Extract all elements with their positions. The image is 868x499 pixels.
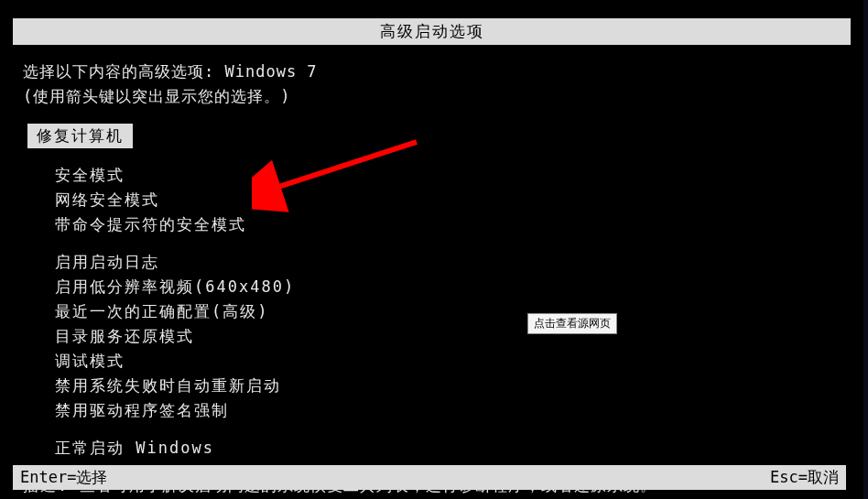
footer-esc: Esc=取消 xyxy=(770,467,839,488)
content-area: 选择以下内容的高级选项: Windows 7 (使用箭头键以突出显示您的选择。)… xyxy=(0,45,863,496)
menu-item-disable-driver-sig[interactable]: 禁用驱动程序签名强制 xyxy=(55,400,841,421)
prompt-line-1: 选择以下内容的高级选项: Windows 7 xyxy=(23,61,841,82)
menu-item-start-normally[interactable]: 正常启动 Windows xyxy=(55,438,841,459)
menu-item-safe-mode[interactable]: 安全模式 xyxy=(55,165,841,186)
menu-item-repair-computer[interactable]: 修复计算机 xyxy=(27,124,133,148)
menu-group-advanced: 启用启动日志 启用低分辨率视频(640x480) 最近一次的正确配置(高级) 目… xyxy=(55,252,841,421)
menu-item-safe-mode-command[interactable]: 带命令提示符的安全模式 xyxy=(55,214,841,235)
menu-item-debug-mode[interactable]: 调试模式 xyxy=(55,351,841,372)
menu-item-safe-mode-networking[interactable]: 网络安全模式 xyxy=(55,190,841,211)
prompt-line-2: (使用箭头键以突出显示您的选择。) xyxy=(23,86,841,107)
source-page-tooltip[interactable]: 点击查看源网页 xyxy=(527,313,617,334)
footer-enter: Enter=选择 xyxy=(20,467,107,488)
menu-group-normal: 正常启动 Windows xyxy=(55,438,841,459)
menu-item-ds-restore[interactable]: 目录服务还原模式 xyxy=(55,326,841,347)
page-title: 高级启动选项 xyxy=(380,22,484,40)
menu-group-safe-mode: 安全模式 网络安全模式 带命令提示符的安全模式 xyxy=(55,165,841,235)
tooltip-text: 点击查看源网页 xyxy=(534,317,611,330)
title-bar: 高级启动选项 xyxy=(13,18,851,45)
menu-item-low-res-video[interactable]: 启用低分辨率视频(640x480) xyxy=(55,277,841,298)
menu-item-disable-auto-restart[interactable]: 禁用系统失败时自动重新启动 xyxy=(55,375,841,396)
footer-bar: Enter=选择 Esc=取消 xyxy=(13,465,846,490)
menu-item-boot-logging[interactable]: 启用启动日志 xyxy=(55,252,841,273)
menu-item-last-known-good[interactable]: 最近一次的正确配置(高级) xyxy=(55,301,841,322)
